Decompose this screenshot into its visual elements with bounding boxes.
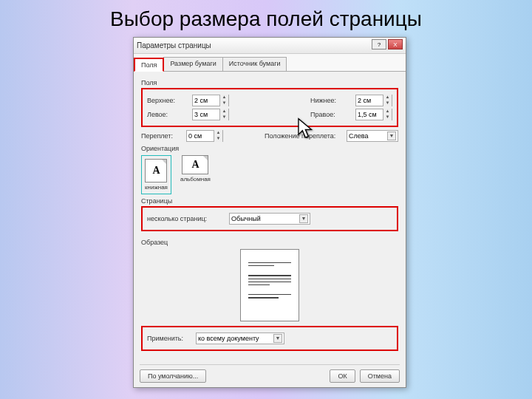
portrait-page-icon: A: [145, 159, 167, 183]
pages-label: Страницы: [141, 197, 398, 205]
apply-to-label: Применить:: [147, 335, 191, 342]
slide-title: Выбор размера полей страницы: [0, 7, 532, 31]
gutter-label: Переплет:: [141, 132, 182, 140]
orientation-portrait[interactable]: A книжная: [145, 159, 168, 191]
help-button[interactable]: ?: [372, 39, 386, 50]
gutter-pos-label: Положение переплета:: [265, 132, 342, 140]
chevron-down-icon: ▼: [387, 132, 396, 140]
dialog-footer: По умолчанию... ОК Отмена: [140, 364, 400, 383]
gutter-input[interactable]: ▲▼: [186, 130, 223, 142]
right-margin-label: Правое:: [310, 111, 351, 118]
chevron-down-icon: ▼: [299, 214, 308, 223]
top-margin-input[interactable]: ▲▼: [192, 95, 229, 106]
landscape-label: альбомная: [180, 176, 211, 183]
spin-down-icon[interactable]: ▼: [383, 115, 392, 120]
bottom-margin-label: Нижнее:: [310, 97, 351, 104]
spin-up-icon[interactable]: ▲: [219, 109, 228, 115]
left-margin-label: Левое:: [147, 111, 188, 118]
ok-button[interactable]: ОК: [330, 369, 355, 383]
landscape-page-icon: A: [182, 155, 208, 174]
spin-up-icon[interactable]: ▲: [214, 130, 222, 136]
margins-group-label: Поля: [141, 79, 398, 86]
margins-highlight: Верхнее: ▲▼ Нижнее: ▲▼ Левое: ▲▼: [141, 88, 398, 127]
multi-pages-label: несколько страниц:: [147, 215, 225, 222]
tab-paper-source[interactable]: Источник бумаги: [222, 57, 287, 71]
spin-down-icon[interactable]: ▼: [219, 100, 228, 106]
titlebar: Параметры страницы ? X: [134, 38, 406, 54]
dialog-title: Параметры страницы: [137, 41, 211, 50]
multi-pages-select[interactable]: Обычный▼: [229, 213, 310, 225]
bottom-margin-input[interactable]: ▲▼: [355, 95, 392, 106]
spin-up-icon[interactable]: ▲: [219, 95, 228, 100]
orientation-landscape[interactable]: A альбомная: [180, 155, 211, 194]
close-button[interactable]: X: [388, 39, 403, 50]
portrait-label: книжная: [145, 184, 168, 191]
chevron-down-icon: ▼: [273, 334, 282, 343]
pages-highlight: несколько страниц: Обычный▼: [141, 206, 398, 231]
tabs: Поля Размер бумаги Источник бумаги: [134, 54, 406, 72]
page-setup-dialog: Параметры страницы ? X Поля Размер бумаг…: [133, 37, 406, 388]
preview-label: Образец: [141, 239, 398, 246]
spin-down-icon[interactable]: ▼: [219, 115, 228, 120]
right-margin-input[interactable]: ▲▼: [355, 109, 392, 120]
apply-to-select[interactable]: ко всему документу▼: [196, 332, 284, 344]
top-margin-label: Верхнее:: [147, 97, 188, 104]
spin-down-icon[interactable]: ▼: [383, 100, 392, 106]
tab-paper-size[interactable]: Размер бумаги: [163, 57, 222, 71]
spin-down-icon[interactable]: ▼: [214, 136, 222, 142]
orientation-label: Ориентация: [141, 145, 398, 152]
cancel-button[interactable]: Отмена: [360, 369, 400, 383]
apply-highlight: Применить: ко всему документу▼: [141, 326, 398, 351]
default-button[interactable]: По умолчанию...: [140, 369, 206, 383]
spin-up-icon[interactable]: ▲: [383, 109, 392, 115]
tab-fields[interactable]: Поля: [134, 58, 164, 72]
left-margin-input[interactable]: ▲▼: [192, 109, 229, 120]
spin-up-icon[interactable]: ▲: [383, 95, 392, 100]
gutter-pos-select[interactable]: Слева▼: [347, 130, 398, 142]
preview-page-icon: [240, 249, 299, 321]
